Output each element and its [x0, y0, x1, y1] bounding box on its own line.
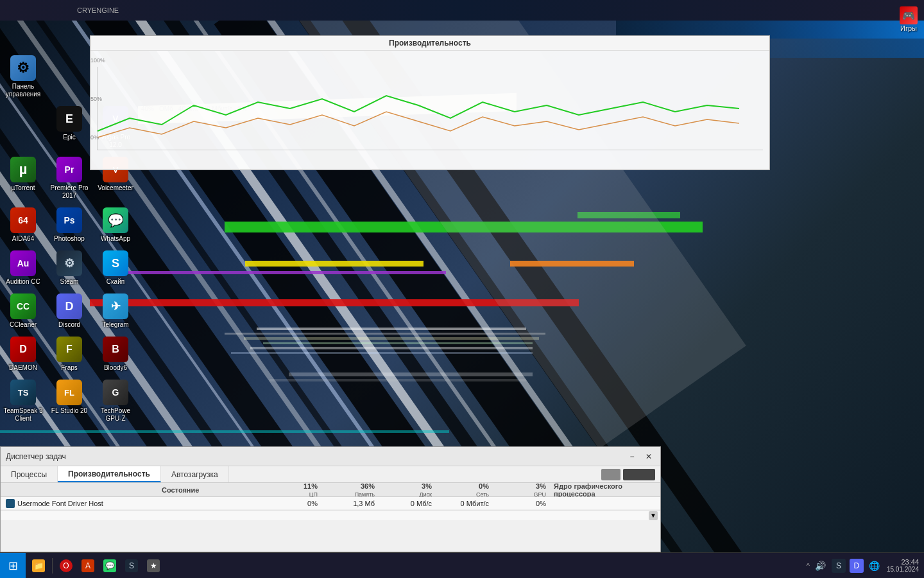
icon-epic-label: Epic: [63, 134, 75, 141]
icon-daemon[interactable]: D DAEMON: [0, 333, 46, 376]
start-icon: ⊞: [8, 559, 18, 573]
tab-autostart[interactable]: Автозагрузка: [161, 466, 229, 482]
icon-skype[interactable]: S Скайп: [92, 247, 139, 290]
taskbar-icon-steam-tb: S: [125, 559, 138, 572]
icon-audition-label: Audition CC: [6, 278, 40, 286]
icon-steam[interactable]: ⚙ Steam: [46, 247, 92, 290]
icon-ccleaner-label: CCleaner: [10, 321, 37, 329]
icon-teamspeak-label: TeamSpeak 3 Client: [3, 407, 44, 423]
icon-fraps[interactable]: F Fraps: [46, 333, 92, 376]
icon-telegram[interactable]: ✈ Telegram: [92, 290, 139, 333]
tm-controls: − ✕: [626, 451, 655, 462]
tray-expand[interactable]: ^: [807, 562, 810, 570]
tab-performance[interactable]: Производительность: [58, 466, 161, 482]
icon-fraps-img: F: [56, 337, 82, 362]
taskbar-app-files[interactable]: 📁: [28, 554, 49, 577]
tray-icon-speaker[interactable]: 🔊: [814, 559, 828, 573]
tm-sort-icon1: [601, 469, 620, 480]
perf-window: Производительность 100% 50% 0%: [90, 35, 770, 170]
graph-y-labels: 100% 50% 0%: [90, 57, 105, 141]
tm-scroll-down[interactable]: ▼: [649, 511, 658, 520]
graph-svg: [98, 67, 763, 150]
col-gpu-engine: Ядро графического процессора: [551, 482, 658, 498]
icon-aida64-img: 64: [10, 207, 36, 233]
icon-ccleaner[interactable]: CC CCleaner: [0, 290, 46, 333]
taskbar-clock[interactable]: 23:44 15.01.2024: [887, 558, 924, 573]
icon-gpuz-label: TechPowe GPU-Z: [95, 407, 136, 423]
igry-label: Игры: [900, 24, 917, 32]
tm-close-button[interactable]: ✕: [642, 451, 655, 462]
icon-discord-label: Discord: [58, 321, 80, 329]
icon-flstudio[interactable]: FL FL Studio 20: [46, 376, 92, 426]
taskbar-sep-1: [52, 558, 53, 574]
icon-photoshop[interactable]: Ps Photoshop: [46, 204, 92, 247]
taskbar-app-steam-tb[interactable]: S: [121, 554, 142, 577]
icon-epic-img: E: [56, 106, 82, 132]
perf-graph-area: 100% 50% 0%: [90, 51, 769, 170]
icon-utorrent[interactable]: µ µTorrent: [0, 153, 46, 204]
process-mem: 1,3 Мб: [323, 500, 380, 507]
icon-utorrent-label: µTorrent: [12, 184, 35, 192]
tray-icon-discord-tray[interactable]: D: [850, 559, 864, 573]
icon-premiere[interactable]: Pr Premiere Pro 2017: [46, 153, 92, 204]
tm-row-usermode[interactable]: Usermode Font Driver Host 0% 1,3 Мб 0 Мб…: [1, 497, 660, 510]
icon-bloody[interactable]: B Bloody6: [92, 333, 139, 376]
col-disk: 3% Диск: [380, 482, 437, 498]
taskbar-apps: 📁 O A 💬 S ★: [26, 553, 166, 579]
taskbar-icon-opera: O: [60, 559, 73, 572]
icon-ccleaner-img: CC: [10, 293, 36, 319]
taskbar-app-extra[interactable]: ★: [143, 554, 164, 577]
igry-button[interactable]: 🎮 Игры: [900, 6, 918, 32]
icon-skype-label: Скайп: [107, 278, 124, 286]
col-status: Состояние: [162, 486, 266, 494]
icon-row-6: D DAEMON F Fraps B Bloody6: [0, 333, 139, 376]
icon-panel[interactable]: ⚙ Панель управления: [0, 51, 46, 102]
process-name: Usermode Font Driver Host: [3, 499, 162, 508]
taskbar: ⊞ 📁 O A 💬 S ★ ^ 🔊 S D 🌐 23:44 15.01.2: [0, 552, 924, 578]
icon-teamspeak[interactable]: TS TeamSpeak 3 Client: [0, 376, 46, 426]
icon-premiere-img: Pr: [56, 157, 82, 182]
igry-icon: 🎮: [900, 6, 918, 24]
tm-tabs-row: Процессы Производительность Автозагрузка: [1, 466, 660, 483]
icon-utorrent-img: µ: [10, 157, 36, 182]
process-disk: 0 Мб/с: [380, 500, 437, 507]
icon-row-7: TS TeamSpeak 3 Client FL FL Studio 20 G …: [0, 376, 139, 426]
icon-skype-img: S: [103, 250, 128, 276]
icon-fraps-label: Fraps: [61, 364, 78, 372]
tray-icon-network[interactable]: 🌐: [868, 559, 882, 573]
cryengine-label: CRYENGINE: [77, 6, 119, 14]
icon-aida64[interactable]: 64 AIDA64: [0, 204, 46, 247]
taskbar-icon-extra: ★: [147, 559, 160, 572]
icon-daemon-img: D: [10, 337, 36, 362]
tm-scroll-area[interactable]: ▼: [1, 510, 660, 520]
icon-flstudio-label: FL Studio 20: [51, 407, 87, 415]
icon-bloody-label: Bloody6: [104, 364, 127, 372]
icon-photoshop-img: Ps: [56, 207, 82, 233]
icon-row-5: CC CCleaner D Discord ✈ Telegram: [0, 290, 139, 333]
taskbar-app-chat[interactable]: 💬: [99, 554, 120, 577]
col-gpu: 3% GPU: [494, 482, 551, 498]
icon-whatsapp-img: 💬: [103, 207, 128, 233]
graph-axes: [97, 67, 763, 150]
icon-whatsapp[interactable]: 💬 WhatsApp: [92, 204, 139, 247]
perf-window-title: Производительность: [90, 36, 769, 51]
col-net: 0% Сеть: [437, 482, 494, 498]
tab-processes[interactable]: Процессы: [1, 466, 58, 482]
task-manager[interactable]: Диспетчер задач − ✕ Процессы Производите…: [0, 446, 661, 552]
icon-daemon-label: DAEMON: [9, 364, 37, 372]
icon-gpuz[interactable]: G TechPowe GPU-Z: [92, 376, 139, 426]
tm-title: Диспетчер задач: [6, 452, 66, 461]
icon-audition-img: Au: [10, 250, 36, 276]
icon-teamspeak-img: TS: [10, 380, 36, 405]
icon-epic[interactable]: E Epic: [46, 102, 92, 153]
icon-audition[interactable]: Au Audition CC: [0, 247, 46, 290]
tm-minimize-button[interactable]: −: [626, 451, 638, 462]
top-bar: CRYENGINE: [0, 0, 924, 21]
start-button[interactable]: ⊞: [0, 553, 26, 579]
tray-icon-steam-tray[interactable]: S: [832, 559, 846, 573]
icon-panel-img: ⚙: [10, 55, 36, 81]
icon-discord[interactable]: D Discord: [46, 290, 92, 333]
taskbar-tray: ^ 🔊 S D 🌐: [801, 559, 887, 573]
taskbar-app-adobe[interactable]: A: [78, 554, 98, 577]
taskbar-app-opera[interactable]: O: [56, 554, 76, 577]
